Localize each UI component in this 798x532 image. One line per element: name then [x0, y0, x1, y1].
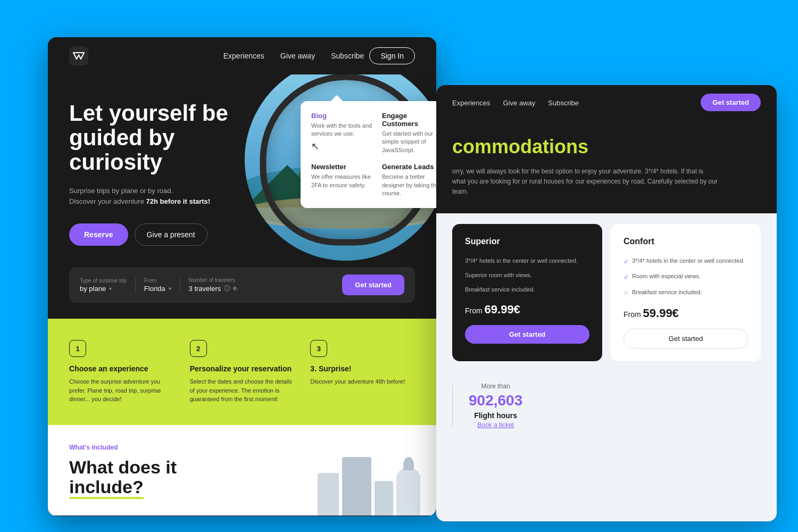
accommodations-title: commodations — [452, 136, 761, 158]
search-divider-2 — [180, 277, 180, 293]
nav-give-away[interactable]: Give away — [280, 52, 315, 60]
step-2-desc: Select the dates and choose the details … — [190, 377, 295, 404]
left-navbar: Experiences Give away Subscribe Sign In — [48, 37, 436, 74]
travelers-field: Number of travelers 3 travelers ⓘ ⊕ — [189, 277, 238, 293]
right-nav-links: Experiences Give away Subscribe — [452, 98, 579, 107]
confort-feature-3: ✕ Breakfast service included. — [624, 288, 748, 298]
dropdown-item-blog-desc: Work with the tools and services we use. — [311, 122, 373, 138]
step-2-number: 2 — [190, 340, 207, 357]
give-present-button[interactable]: Give a present — [135, 223, 207, 246]
stats-content: More than 902,603 Flight hours Book a ti… — [469, 383, 522, 429]
confort-get-started-button[interactable]: Get started — [624, 329, 748, 348]
superior-feature-3: Breakfast service included. — [465, 286, 589, 294]
trip-type-label: Type of surprise trip — [80, 278, 127, 284]
superior-card-title: Superior — [465, 237, 589, 246]
sign-in-button[interactable]: Sign In — [369, 47, 415, 64]
stats-divider — [452, 385, 453, 427]
superior-price: From 69.99€ — [465, 303, 589, 317]
trip-type-arrow-icon: ▾ — [109, 286, 112, 292]
dropdown-item-blog-title: Blog — [311, 112, 373, 120]
check-icon-1: ✓ — [624, 257, 629, 267]
get-started-search-button[interactable]: Get started — [342, 275, 404, 295]
buildings-illustration — [318, 457, 420, 516]
dropdown-item-leads-title: Generate Leads — [382, 163, 436, 171]
confort-feature-2: ✓ Room with especial views. — [624, 272, 748, 282]
check-icon-2: ✓ — [624, 273, 629, 282]
travelers-info-icons: ⓘ ⊕ — [224, 284, 237, 293]
from-label: From — [144, 278, 171, 284]
search-bar: Type of surprise trip by plane ▾ From Fl… — [69, 267, 415, 303]
hero-subtitle: Surprise trips by plane or by road. Disc… — [69, 186, 229, 208]
step-3-number: 3 — [310, 340, 327, 357]
trip-type-value[interactable]: by plane ▾ — [80, 285, 127, 293]
cursor-icon: ↖ — [311, 140, 373, 152]
step-1-desc: Choose the surprise adventure you prefer… — [69, 377, 174, 404]
cross-icon-1: ✕ — [624, 289, 629, 298]
book-ticket-link[interactable]: Book a ticket — [477, 421, 514, 429]
right-get-started-button[interactable]: Get started — [701, 94, 761, 111]
from-field: From Florida ▾ — [144, 278, 171, 293]
left-nav-links: Experiences Give away Subscribe — [223, 51, 364, 61]
confort-price: From 59.99€ — [624, 306, 748, 320]
dropdown-item-newsletter[interactable]: Newsletter We offer measures like 2FA to… — [311, 163, 373, 197]
superior-feature-1: 3*/4* hotels in the center or well conne… — [465, 257, 589, 265]
step-2: 2 Personalize your reservation Select th… — [190, 340, 295, 404]
superior-get-started-button[interactable]: Get started — [465, 325, 589, 344]
logo[interactable] — [69, 46, 88, 65]
step-1-number: 1 — [69, 340, 86, 357]
dropdown-menu: Blog Work with the tools and services we… — [301, 101, 436, 208]
stats-area: More than 902,603 Flight hours Book a ti… — [436, 372, 777, 445]
superior-card: Superior 3*/4* hotels in the center or w… — [452, 224, 602, 361]
step-3-desc: Discover your adventure 48h before! — [310, 377, 415, 386]
dropdown-grid: Blog Work with the tools and services we… — [311, 112, 436, 197]
nav-subscribe[interactable]: Subscribe — [331, 52, 364, 60]
left-window: Experiences Give away Subscribe Sign In … — [48, 37, 436, 516]
travelers-value[interactable]: 3 travelers ⓘ ⊕ — [189, 284, 238, 293]
confort-card-title: Confort — [624, 237, 748, 246]
whats-included-label: What's included — [69, 444, 415, 451]
right-nav-experiences[interactable]: Experiences — [452, 99, 491, 107]
accommodations-section: commodations orry, we will always look f… — [436, 120, 777, 213]
dropdown-item-leads[interactable]: Generate Leads Become a better designer … — [382, 163, 436, 197]
dropdown-item-newsletter-desc: We offer measures like 2FA to ensure saf… — [311, 173, 373, 189]
dropdown-item-engage-title: Engage Customers — [382, 112, 436, 128]
stats-number: 902,603 — [469, 392, 522, 409]
right-nav-give-away[interactable]: Give away — [503, 99, 536, 107]
superior-feature-2: Superior room with views. — [465, 271, 589, 279]
reserve-button[interactable]: Reserve — [69, 223, 128, 246]
right-navbar: Experiences Give away Subscribe Get star… — [436, 85, 777, 120]
step-3: 3 3. Surprise! Discover your adventure 4… — [310, 340, 415, 404]
step-1-title: Choose an experience — [69, 364, 174, 373]
search-divider-1 — [135, 277, 136, 293]
dropdown-item-blog[interactable]: Blog Work with the tools and services we… — [311, 112, 373, 154]
dropdown-item-engage[interactable]: Engage Customers Get started with our si… — [382, 112, 436, 154]
dropdown-item-newsletter-title: Newsletter — [311, 163, 373, 171]
stats-sublabel: Flight hours — [469, 411, 522, 420]
nav-experiences[interactable]: Experiences — [223, 52, 264, 60]
right-window: Experiences Give away Subscribe Get star… — [436, 85, 777, 521]
step-2-title: Personalize your reservation — [190, 364, 295, 373]
trip-type-field: Type of surprise trip by plane ▾ — [80, 278, 127, 293]
steps-section: 1 Choose an experience Choose the surpri… — [48, 319, 436, 425]
pricing-area: Superior 3*/4* hotels in the center or w… — [436, 213, 777, 372]
dropdown-item-engage-desc: Get started with our simple snippet of J… — [382, 130, 436, 154]
step-3-title: 3. Surprise! — [310, 364, 415, 373]
travelers-label: Number of travelers — [189, 277, 238, 283]
right-nav-subscribe[interactable]: Subscribe — [548, 99, 579, 107]
from-value[interactable]: Florida ▾ — [144, 285, 171, 293]
accommodations-desc: orry, we will always look for the best o… — [452, 167, 718, 197]
dropdown-item-leads-desc: Become a better designer by taking this … — [382, 173, 436, 197]
step-1: 1 Choose an experience Choose the surpri… — [69, 340, 174, 404]
hero-title: Let yourself be guided by curiosity — [69, 101, 255, 175]
stats-label: More than — [469, 383, 522, 390]
confort-feature-1: ✓ 3*/4* hotels in the center or well con… — [624, 257, 748, 267]
what-included-section: What's included What does it include? — [48, 425, 436, 516]
confort-card: Confort ✓ 3*/4* hotels in the center or … — [611, 224, 761, 361]
from-arrow-icon: ▾ — [169, 286, 171, 292]
